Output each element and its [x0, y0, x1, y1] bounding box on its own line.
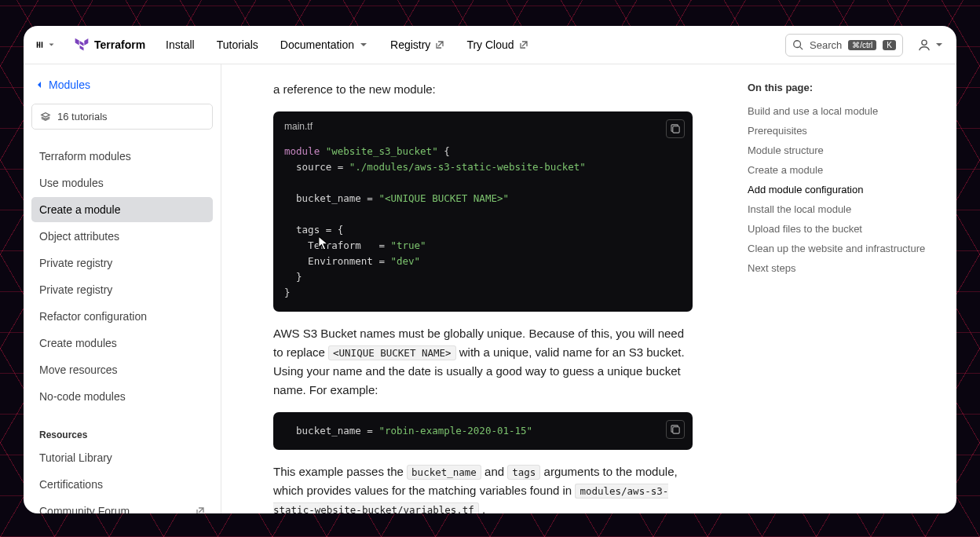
code-filename: main.tf — [273, 111, 693, 137]
code-content: bucket_name = "robin-example-2020-01-15" — [273, 412, 693, 450]
layers-icon — [40, 111, 51, 122]
code-content: module "website_s3_bucket" { source = ".… — [273, 137, 693, 312]
sidebar-item[interactable]: Move resources — [31, 357, 213, 382]
search-button[interactable]: Search ⌘/ctrl K — [785, 34, 903, 57]
intro-text: a reference to the new module: — [273, 80, 693, 99]
toc-item[interactable]: Clean up the website and infrastructure — [748, 239, 936, 258]
chevron-down-icon — [359, 40, 368, 49]
resources-heading: Resources — [31, 423, 213, 445]
top-nav: Terraform Install Tutorials Documentatio… — [24, 26, 956, 64]
app-window: Terraform Install Tutorials Documentatio… — [24, 26, 956, 513]
hashicorp-menu[interactable] — [36, 35, 55, 54]
code-block-main-tf: main.tf module "website_s3_bucket" { sou… — [273, 111, 693, 312]
chevron-down-icon — [48, 37, 55, 53]
inline-code: tags — [507, 465, 540, 480]
svg-point-1 — [922, 40, 927, 45]
code-block-example: bucket_name = "robin-example-2020-01-15" — [273, 412, 693, 450]
sidebar-item[interactable]: Create a module — [31, 197, 213, 222]
copy-icon — [671, 425, 681, 435]
sidebar-item[interactable]: Create modules — [31, 331, 213, 356]
user-menu[interactable] — [917, 38, 944, 52]
sidebar-item[interactable]: Object attributes — [31, 224, 213, 249]
svg-rect-3 — [672, 426, 678, 433]
toc-item[interactable]: Add module configuration — [748, 180, 936, 199]
sidebar-item[interactable]: Private registry — [31, 277, 213, 302]
paragraph-unique-name: AWS S3 Bucket names must be globally uni… — [273, 324, 693, 400]
chevron-left-icon — [35, 80, 44, 90]
sidebar-resource-item[interactable]: Tutorial Library — [31, 445, 213, 470]
toc-item[interactable]: Module structure — [748, 141, 936, 160]
svg-point-0 — [794, 41, 801, 48]
external-link-icon — [435, 40, 444, 49]
sidebar-item[interactable]: Terraform modules — [31, 144, 213, 169]
inline-code: bucket_name — [407, 465, 481, 480]
toc-item[interactable]: Build and use a local module — [748, 101, 936, 121]
copy-code-button[interactable] — [666, 119, 685, 138]
search-icon — [792, 39, 803, 50]
external-link-icon — [519, 40, 528, 49]
article-content: a reference to the new module: main.tf m… — [221, 64, 732, 513]
paragraph-args: This example passes the bucket_name and … — [273, 462, 693, 513]
svg-rect-2 — [672, 126, 678, 132]
table-of-contents: On this page: Build and use a local modu… — [732, 64, 952, 513]
nav-install[interactable]: Install — [158, 38, 203, 51]
chevron-down-icon — [934, 40, 944, 49]
sidebar-resource-item[interactable]: Community Forum — [31, 499, 213, 513]
external-link-icon — [196, 506, 205, 513]
sidebar-item[interactable]: No-code modules — [31, 384, 213, 409]
sidebar-item[interactable]: Private registry — [31, 250, 213, 276]
main-content-area: a reference to the new module: main.tf m… — [221, 64, 956, 513]
toc-item[interactable]: Upload files to the bucket — [748, 219, 936, 239]
terraform-logo-icon — [74, 37, 90, 53]
nav-try-cloud[interactable]: Try Cloud — [459, 38, 536, 51]
brand-name: Terraform — [94, 38, 145, 51]
hashicorp-logo-icon — [36, 37, 43, 53]
inline-code: <UNIQUE BUCKET NAME> — [328, 345, 456, 360]
toc-item[interactable]: Create a module — [748, 160, 936, 180]
back-to-modules[interactable]: Modules — [31, 77, 213, 93]
toc-item[interactable]: Prerequisites — [748, 121, 936, 141]
terraform-brand[interactable]: Terraform — [74, 37, 145, 53]
sidebar-resource-item[interactable]: Certifications — [31, 472, 213, 497]
sidebar-item[interactable]: Use modules — [31, 170, 213, 195]
nav-documentation[interactable]: Documentation — [272, 38, 376, 51]
user-icon — [917, 38, 931, 52]
nav-registry[interactable]: Registry — [382, 38, 452, 51]
toc-heading: On this page: — [748, 82, 936, 93]
toc-item[interactable]: Install the local module — [748, 199, 936, 219]
toc-item[interactable]: Next steps — [748, 258, 936, 278]
copy-code-button[interactable] — [666, 420, 685, 439]
sidebar: Modules 16 tutorials Terraform modulesUs… — [24, 64, 221, 513]
tutorials-count-button[interactable]: 16 tutorials — [31, 104, 213, 130]
copy-icon — [671, 124, 681, 134]
sidebar-item[interactable]: Refactor configuration — [31, 304, 213, 329]
nav-tutorials[interactable]: Tutorials — [209, 38, 266, 51]
